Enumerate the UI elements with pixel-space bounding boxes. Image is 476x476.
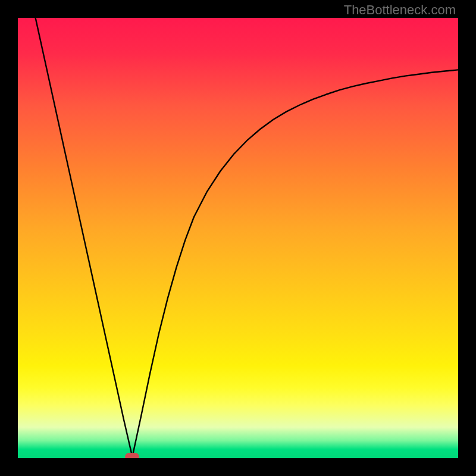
plot-area: [18, 18, 458, 458]
minimum-marker: [125, 453, 139, 458]
watermark-text: TheBottleneck.com: [344, 2, 456, 18]
bottleneck-curve: [18, 18, 458, 458]
